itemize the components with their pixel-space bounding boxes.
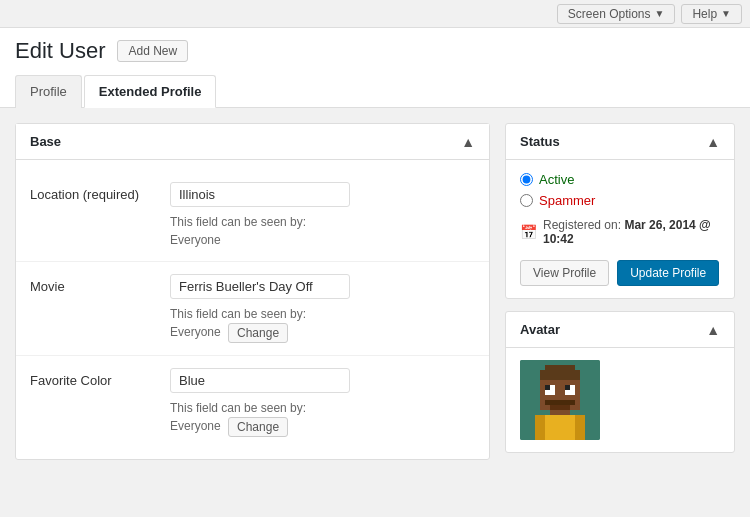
active-radio[interactable] xyxy=(520,173,533,186)
status-box-header: Status ▲ xyxy=(506,124,734,160)
svg-rect-3 xyxy=(545,365,575,375)
page-title: Edit User xyxy=(15,38,105,64)
location-input[interactable] xyxy=(170,182,350,207)
active-label: Active xyxy=(539,172,574,187)
movie-label: Movie xyxy=(30,274,170,343)
svg-rect-12 xyxy=(535,415,545,440)
avatar-box-header: Avatar ▲ xyxy=(506,312,734,348)
location-hint: This field can be seen by:Everyone xyxy=(170,213,475,249)
status-box-collapse-button[interactable]: ▲ xyxy=(706,135,720,149)
help-button[interactable]: Help ▼ xyxy=(681,4,742,24)
svg-rect-6 xyxy=(545,385,550,390)
location-field-content: This field can be seen by:Everyone xyxy=(170,182,475,249)
favorite-color-hint: This field can be seen by: Everyone Chan… xyxy=(170,399,475,437)
add-new-button[interactable]: Add New xyxy=(117,40,188,62)
svg-rect-8 xyxy=(545,400,575,405)
favorite-color-label: Favorite Color xyxy=(30,368,170,437)
base-panel-collapse-button[interactable]: ▲ xyxy=(461,135,475,149)
favorite-color-input[interactable] xyxy=(170,368,350,393)
avatar-svg xyxy=(520,360,600,440)
tab-bar: Profile Extended Profile xyxy=(15,74,735,107)
movie-field-content: This field can be seen by: Everyone Chan… xyxy=(170,274,475,343)
favorite-color-change-button[interactable]: Change xyxy=(228,417,288,437)
right-panel: Status ▲ Active Spammer 📅 Registered on:… xyxy=(505,123,735,460)
main-content: Base ▲ Location (required) This field ca… xyxy=(0,108,750,475)
svg-rect-9 xyxy=(550,405,570,410)
top-bar: Screen Options ▼ Help ▼ xyxy=(0,0,750,28)
movie-input[interactable] xyxy=(170,274,350,299)
status-box-body: Active Spammer 📅 Registered on: Mar 26, … xyxy=(506,160,734,298)
calendar-icon: 📅 xyxy=(520,224,537,240)
svg-rect-7 xyxy=(565,385,570,390)
spammer-radio-option: Spammer xyxy=(520,193,720,208)
spammer-label: Spammer xyxy=(539,193,595,208)
status-box-title: Status xyxy=(520,134,560,149)
base-panel-header: Base ▲ xyxy=(16,124,489,160)
favorite-color-field-content: This field can be seen by: Everyone Chan… xyxy=(170,368,475,437)
movie-field-row: Movie This field can be seen by: Everyon… xyxy=(16,262,489,356)
update-profile-button[interactable]: Update Profile xyxy=(617,260,719,286)
base-panel-body: Location (required) This field can be se… xyxy=(16,160,489,459)
movie-change-button[interactable]: Change xyxy=(228,323,288,343)
movie-hint: This field can be seen by: Everyone Chan… xyxy=(170,305,475,343)
tab-profile[interactable]: Profile xyxy=(15,75,82,108)
avatar-box-title: Avatar xyxy=(520,322,560,337)
registered-date: Registered on: Mar 26, 2014 @ 10:42 xyxy=(543,218,720,246)
screen-options-arrow-icon: ▼ xyxy=(655,8,665,19)
screen-options-button[interactable]: Screen Options ▼ xyxy=(557,4,676,24)
action-buttons: View Profile Update Profile xyxy=(520,260,720,286)
avatar-image xyxy=(520,360,600,440)
registered-info: 📅 Registered on: Mar 26, 2014 @ 10:42 xyxy=(520,218,720,246)
favorite-color-field-row: Favorite Color This field can be seen by… xyxy=(16,356,489,449)
spammer-radio[interactable] xyxy=(520,194,533,207)
help-arrow-icon: ▼ xyxy=(721,8,731,19)
svg-rect-10 xyxy=(550,410,570,415)
location-label: Location (required) xyxy=(30,182,170,249)
avatar-box: Avatar ▲ xyxy=(505,311,735,453)
page-header: Edit User Add New Profile Extended Profi… xyxy=(0,28,750,108)
base-panel: Base ▲ Location (required) This field ca… xyxy=(15,123,490,460)
status-box: Status ▲ Active Spammer 📅 Registered on:… xyxy=(505,123,735,299)
active-radio-option: Active xyxy=(520,172,720,187)
location-field-row: Location (required) This field can be se… xyxy=(16,170,489,262)
base-panel-title: Base xyxy=(30,134,61,149)
view-profile-button[interactable]: View Profile xyxy=(520,260,609,286)
avatar-box-collapse-button[interactable]: ▲ xyxy=(706,323,720,337)
avatar-box-body xyxy=(506,348,734,452)
tab-extended-profile[interactable]: Extended Profile xyxy=(84,75,217,108)
svg-rect-13 xyxy=(575,415,585,440)
